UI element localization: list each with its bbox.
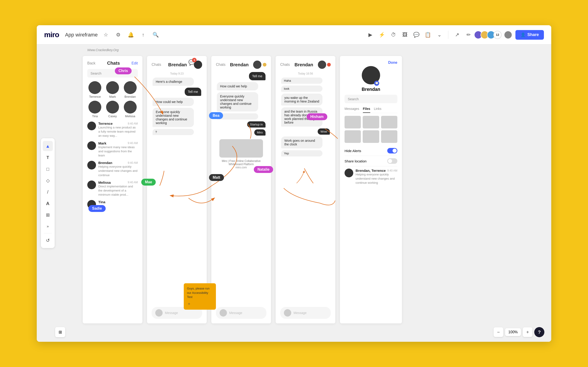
- media-1: [345, 116, 361, 128]
- help-button[interactable]: ?: [534, 327, 544, 337]
- font-tool[interactable]: A: [43, 198, 53, 209]
- share-location-toggle[interactable]: [387, 158, 397, 164]
- bubble-look: look: [281, 85, 322, 92]
- lightning-icon[interactable]: ⚡: [378, 31, 386, 39]
- frame-tool[interactable]: ⊞: [43, 210, 53, 220]
- chat-item-mark[interactable]: Mark 9:40 AM Implement many new ideas an…: [87, 141, 138, 158]
- chat-item-melissa[interactable]: Melissa 9:40 AM Direct implementation an…: [87, 181, 138, 197]
- chat-item-brendan[interactable]: Brendan 9:40 AM Helping everyone quickly…: [87, 161, 138, 177]
- more-icon[interactable]: ⌄: [435, 31, 443, 39]
- av-tina[interactable]: Tina: [87, 101, 103, 118]
- frame4-chats[interactable]: Chats: [280, 63, 290, 67]
- chat-icon[interactable]: 💬: [412, 31, 421, 39]
- chat-av: [87, 161, 96, 169]
- pointer-icon[interactable]: ↗: [453, 31, 461, 39]
- frame-icon[interactable]: 🖼: [401, 31, 409, 39]
- chat-notif-icon[interactable]: 💬 3: [188, 59, 195, 66]
- more-tools[interactable]: »: [43, 221, 53, 232]
- bubble-wow-row: Wow: [281, 128, 330, 136]
- frame2-brendan: Brendan: [168, 62, 187, 67]
- bubble-yep: Yep: [281, 150, 322, 156]
- main-window: miro App wireframe ☆ ⚙ 🔔 ↑ 🔍 ▶ ⚡ ⏱ 🖼 💬 📋…: [37, 25, 551, 342]
- av-circle: [106, 101, 119, 114]
- share-button[interactable]: 👤 Share: [515, 30, 544, 40]
- av-mark[interactable]: Mark: [105, 81, 120, 98]
- frame4-messages: Haha look you wake up the morning in New…: [280, 77, 331, 305]
- pen-icon[interactable]: ✏: [464, 31, 473, 39]
- media-6: [381, 130, 397, 143]
- share-label: Share: [527, 32, 539, 37]
- frame-chat-list: Back Chats Edit Search Terrence Mark: [83, 56, 142, 323]
- board-title[interactable]: App wireframe: [65, 32, 98, 38]
- chat-av: [87, 141, 96, 150]
- frame1-back[interactable]: Back: [87, 61, 95, 65]
- cursor-bea: Bea: [209, 112, 223, 119]
- timer-icon[interactable]: ⏱: [389, 31, 398, 39]
- zoom-out-button[interactable]: −: [493, 327, 503, 337]
- av-melissa[interactable]: Melissa: [122, 101, 138, 118]
- av-terrence[interactable]: Terrence: [87, 81, 103, 98]
- text-tool[interactable]: T: [43, 152, 53, 163]
- notes-icon[interactable]: 📋: [424, 31, 432, 39]
- cursor-natalie: Natalie: [254, 166, 273, 173]
- frame4-header: Chats Brendan: [280, 60, 331, 69]
- bubble-everyone: Everyone quickly understand new changes …: [153, 108, 194, 127]
- star-icon[interactable]: ☆: [102, 31, 110, 39]
- frame3-brendan: Brendan: [230, 62, 249, 67]
- undo-tool[interactable]: ↺: [43, 235, 53, 245]
- hide-alerts-toggle[interactable]: [387, 148, 397, 153]
- frame4-status: [318, 60, 331, 69]
- upload-icon[interactable]: ↑: [139, 31, 147, 39]
- last-chat-item[interactable]: Brendan, Terrence 9:40 AM Helping everyo…: [345, 169, 397, 185]
- tab-messages[interactable]: Messages: [345, 107, 359, 113]
- frame5-done[interactable]: Done: [388, 60, 397, 65]
- av-circle: [124, 101, 137, 114]
- profile-avatar-wrapper: 💬: [362, 66, 380, 87]
- chat-item-terrence[interactable]: Terrence 9:40 AM Launching a new product…: [87, 122, 138, 138]
- frame2-chats[interactable]: Chats: [152, 63, 161, 67]
- cursor-hisham: Hisham: [307, 113, 327, 120]
- cursor-sadie: Sadie: [88, 205, 106, 212]
- chat-content: Melissa 9:40 AM Direct implementation an…: [98, 181, 138, 197]
- av-casey[interactable]: Casey: [105, 101, 120, 118]
- profile-header: 💬 Brendan: [345, 66, 397, 92]
- miro-logo: miro: [44, 31, 59, 39]
- frame-chat-3: Chats Brendan Today 16:56 Haha look you …: [276, 56, 335, 323]
- shape-tool[interactable]: □: [43, 164, 53, 174]
- link-title: Miro | Free Online Collaborative Whitebo…: [217, 159, 266, 166]
- frame5-search[interactable]: Search: [345, 95, 397, 103]
- av-brendan[interactable]: Brendan: [122, 81, 138, 98]
- frame2-messages: Here's a challenge Tell me How could we …: [152, 77, 202, 305]
- sticky-note-text: Guys, please run our Accessibility Test: [187, 286, 213, 299]
- media-5: [363, 130, 379, 143]
- panel-toggle[interactable]: ⊞: [55, 327, 65, 337]
- sticky-note-matt: Guys, please run our Accessibility Test …: [184, 283, 216, 310]
- frame4-message-input[interactable]: Message: [280, 307, 331, 319]
- divider: [448, 31, 448, 39]
- pen-tool[interactable]: /: [43, 187, 53, 197]
- bubble-miro: Miro: [254, 129, 266, 135]
- sticky-note-add[interactable]: ＋: [187, 301, 213, 307]
- cursor-chris: Chris: [115, 67, 132, 74]
- tabs-row: Messages Files Links: [345, 107, 397, 113]
- frame3-messages: Tell me How could we help Everyone quick…: [216, 72, 267, 305]
- frame3-message-input[interactable]: Message: [216, 307, 267, 319]
- tab-files[interactable]: Files: [363, 107, 370, 113]
- sticky-tool[interactable]: ◇: [43, 175, 53, 186]
- search-icon[interactable]: 🔍: [151, 31, 160, 39]
- zoom-in-button[interactable]: +: [523, 327, 532, 337]
- chat-name-row: Terrence 9:40 AM: [98, 122, 138, 125]
- frame2-date: Today 9:23: [152, 72, 202, 75]
- play-icon[interactable]: ▶: [366, 31, 375, 39]
- frame3-header: Chats Brendan: [216, 60, 267, 69]
- tab-links[interactable]: Links: [374, 107, 381, 113]
- divider: [44, 233, 52, 234]
- share-location-row: Share location: [345, 156, 397, 166]
- frame1-edit[interactable]: Edit: [131, 61, 138, 65]
- notif-count: 3: [192, 58, 197, 62]
- last-chat-av: [345, 169, 353, 177]
- settings-icon[interactable]: ⚙: [114, 31, 122, 39]
- select-tool[interactable]: ▲: [43, 141, 53, 151]
- frame3-chats[interactable]: Chats: [216, 63, 225, 67]
- bell-icon[interactable]: 🔔: [127, 31, 135, 39]
